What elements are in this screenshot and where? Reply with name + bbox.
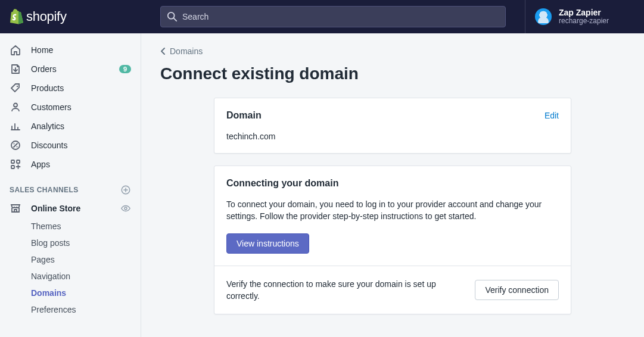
sidebar-item-label: Home xyxy=(31,45,131,55)
sub-item-label: Domains xyxy=(31,288,66,298)
main: Home Orders 9 Products Customers A xyxy=(0,33,644,337)
sidebar-item-apps[interactable]: Apps xyxy=(0,155,141,174)
sidebar-item-label: Products xyxy=(31,83,131,93)
domain-card: Domain Edit techinch.com xyxy=(214,98,571,154)
search-area xyxy=(141,6,525,27)
chevron-left-icon xyxy=(160,47,166,55)
online-store-submenu: Themes Blog posts Pages Navigation Domai… xyxy=(0,218,141,318)
svg-line-1 xyxy=(174,18,177,21)
user-store: recharge-zapier xyxy=(559,17,609,26)
sub-item-blog-posts[interactable]: Blog posts xyxy=(31,235,141,251)
customers-icon xyxy=(10,101,21,113)
sub-item-label: Blog posts xyxy=(31,238,70,248)
sub-item-pages[interactable]: Pages xyxy=(31,251,141,268)
view-instructions-button[interactable]: View instructions xyxy=(226,233,309,254)
svg-point-6 xyxy=(17,146,18,148)
analytics-icon xyxy=(10,120,21,132)
sidebar-item-online-store[interactable]: Online Store xyxy=(0,199,141,218)
page-title: Connect existing domain xyxy=(160,64,596,83)
connecting-card-title: Connecting your domain xyxy=(226,178,559,189)
sub-item-preferences[interactable]: Preferences xyxy=(31,301,141,318)
domain-card-title: Domain xyxy=(226,110,262,121)
view-store-icon[interactable] xyxy=(120,203,131,214)
sidebar-item-label: Apps xyxy=(31,160,131,169)
orders-badge: 9 xyxy=(119,65,131,73)
sub-item-label: Preferences xyxy=(31,305,76,314)
sidebar: Home Orders 9 Products Customers A xyxy=(0,33,141,337)
home-icon xyxy=(10,44,21,56)
online-store-icon xyxy=(10,202,21,214)
svg-point-5 xyxy=(14,143,15,145)
edit-domain-link[interactable]: Edit xyxy=(545,111,559,120)
search-input[interactable] xyxy=(182,12,499,21)
sidebar-item-label: Analytics xyxy=(31,121,131,131)
svg-rect-7 xyxy=(11,160,14,163)
section-label: SALES CHANNELS xyxy=(10,186,79,194)
verify-connection-button[interactable]: Verify connection xyxy=(475,280,559,300)
user-name: Zap Zapier xyxy=(559,8,609,17)
sub-item-label: Pages xyxy=(31,255,55,264)
domain-value: techinch.com xyxy=(226,132,559,141)
sub-item-domains[interactable]: Domains xyxy=(31,285,141,301)
sidebar-item-label: Orders xyxy=(31,64,110,74)
user-text: Zap Zapier recharge-zapier xyxy=(559,8,609,26)
connecting-card: Connecting your domain To connect your d… xyxy=(214,166,571,314)
sub-item-label: Themes xyxy=(31,221,61,231)
search-box[interactable] xyxy=(160,6,506,27)
add-channel-button[interactable] xyxy=(120,185,131,195)
sidebar-item-analytics[interactable]: Analytics xyxy=(0,117,141,136)
shopify-bag-icon xyxy=(10,9,24,24)
sidebar-item-customers[interactable]: Customers xyxy=(0,98,141,117)
sub-item-themes[interactable]: Themes xyxy=(31,218,141,235)
svg-rect-9 xyxy=(11,166,14,168)
sidebar-item-products[interactable]: Products xyxy=(0,79,141,98)
sidebar-item-label: Online Store xyxy=(31,204,111,213)
sidebar-item-orders[interactable]: Orders 9 xyxy=(0,60,141,79)
brand-text: shopify xyxy=(26,9,67,24)
sub-item-navigation[interactable]: Navigation xyxy=(31,268,141,285)
breadcrumb-label: Domains xyxy=(170,46,203,56)
svg-rect-8 xyxy=(17,160,20,163)
discounts-icon xyxy=(10,139,21,151)
cards-wrapper: Domain Edit techinch.com Connecting your… xyxy=(214,98,571,314)
content: Domains Connect existing domain Domain E… xyxy=(141,33,644,337)
sub-item-label: Navigation xyxy=(31,272,70,281)
sidebar-item-discounts[interactable]: Discounts xyxy=(0,136,141,155)
shopify-logo: shopify xyxy=(10,9,67,24)
sidebar-section-sales-channels: SALES CHANNELS xyxy=(0,174,141,199)
avatar xyxy=(535,8,552,25)
sidebar-item-label: Discounts xyxy=(31,141,131,150)
verify-description: Verify the connection to make sure your … xyxy=(226,278,463,302)
orders-icon xyxy=(10,63,21,75)
topbar: shopify Zap Zapier recharge-zapier xyxy=(0,0,644,33)
user-menu[interactable]: Zap Zapier recharge-zapier xyxy=(525,0,644,33)
breadcrumb-back[interactable]: Domains xyxy=(160,46,596,56)
svg-point-3 xyxy=(14,104,17,107)
apps-icon xyxy=(10,158,21,170)
products-icon xyxy=(10,82,21,94)
sidebar-item-home[interactable]: Home xyxy=(0,40,141,60)
sidebar-item-label: Customers xyxy=(31,102,131,112)
svg-point-0 xyxy=(168,13,175,19)
search-icon xyxy=(167,11,178,22)
svg-point-11 xyxy=(125,207,127,210)
logo-area[interactable]: shopify xyxy=(0,0,141,33)
svg-point-2 xyxy=(17,86,18,87)
connecting-card-description: To connect your domain, you need to log … xyxy=(226,198,559,223)
